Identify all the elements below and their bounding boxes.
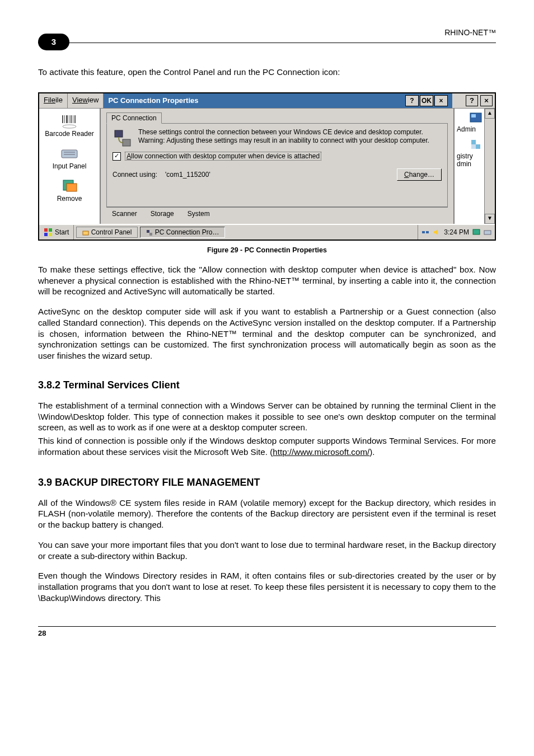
menu-view-label: View (72, 96, 88, 104)
checkbox-label: AAllow connection with desktop computer … (125, 152, 321, 161)
tab-storage[interactable]: Storage (151, 210, 174, 218)
tray-keyboard-icon[interactable] (484, 228, 491, 236)
header-brand: RHINO-NET™ (444, 28, 496, 37)
svg-rect-25 (147, 230, 149, 233)
scroll-up-icon[interactable]: ▲ (485, 109, 495, 119)
svg-rect-23 (49, 233, 52, 236)
svg-rect-5 (73, 115, 73, 123)
para-382-2b: ). (369, 447, 374, 457)
barcode-icon (60, 112, 79, 129)
outer-window-buttons: ? × (452, 93, 495, 108)
remove-programs-icon (60, 177, 79, 194)
task-pc-connection[interactable]: PC Connection Pro… (140, 227, 225, 238)
para-382-2a: This kind of connection is possible only… (38, 436, 496, 457)
svg-rect-12 (67, 184, 77, 191)
change-button[interactable]: Change…Change… (397, 168, 442, 181)
bottom-tabs: Scanner Storage System (106, 207, 448, 220)
scrollbar[interactable]: ▲ ▼ (484, 109, 495, 224)
svg-rect-29 (473, 229, 480, 234)
tray-clock: 3:24 PM (444, 228, 469, 236)
connection-small-icon (146, 229, 153, 236)
tray-network-icon[interactable] (421, 228, 429, 236)
svg-rect-13 (115, 130, 123, 137)
svg-rect-24 (83, 231, 88, 235)
chapter-badge: 3 (38, 34, 69, 50)
tab-scanner[interactable]: Scanner (112, 210, 137, 218)
para-382-1: The establishment of a terminal connecti… (38, 400, 496, 433)
svg-rect-22 (44, 233, 48, 236)
page-footer: 28 (38, 626, 496, 637)
para-effective: To make these settings effective, tick t… (38, 264, 496, 297)
svg-rect-8 (62, 150, 77, 158)
screenshot-figure: Fileile Viewiew PC Connection Properties… (38, 92, 496, 241)
svg-rect-2 (66, 115, 68, 123)
svg-rect-20 (44, 228, 48, 232)
tab-pc-connection[interactable]: PC Connection (106, 112, 162, 124)
menu-view[interactable]: Viewiew (68, 93, 104, 108)
cp-label-input-panel: Input Panel (53, 162, 87, 170)
outer-help-button[interactable]: ? (466, 95, 478, 106)
start-label: Start (55, 228, 69, 236)
start-button[interactable]: Start (39, 225, 74, 240)
allow-connection-checkbox[interactable]: ✓ (113, 152, 121, 161)
svg-rect-3 (69, 115, 69, 123)
page-number: 28 (38, 629, 46, 637)
para-382-2: This kind of connection is possible only… (38, 435, 496, 458)
para-39-2: You can save your more important files t… (38, 539, 496, 562)
windows-logo-icon (44, 228, 53, 237)
registry-icon (468, 138, 484, 151)
svg-rect-4 (71, 115, 72, 123)
menubar: Fileile Viewiew PC Connection Properties… (39, 93, 495, 109)
outer-close-button[interactable]: × (480, 95, 493, 106)
keyboard-icon (60, 144, 79, 161)
info-text: These settings control the connection be… (138, 128, 442, 150)
svg-rect-17 (471, 140, 476, 144)
cp-item-remove[interactable]: Remove (57, 177, 82, 203)
svg-rect-28 (426, 231, 429, 233)
task-control-panel[interactable]: Control Panel (76, 227, 138, 238)
control-panel-right: Admin gistry dmin ▲ ▼ (453, 109, 495, 224)
cp-label-barcode: Barcode Reader (45, 130, 93, 138)
dialog-body: PC Connection These settings control the… (101, 109, 453, 224)
folder-icon (82, 229, 89, 236)
svg-rect-21 (49, 228, 52, 232)
connect-using-label: Connect using: (113, 171, 157, 179)
system-tray: 3:24 PM (418, 225, 495, 240)
svg-rect-27 (422, 231, 425, 233)
svg-point-7 (63, 125, 76, 128)
connect-using-value: 'com1_115200' (165, 171, 210, 179)
menu-file-label: File (44, 96, 55, 104)
dialog-titlebar: PC Connection Properties ? OK × (104, 93, 452, 108)
dialog-close-button[interactable]: × (434, 95, 448, 106)
svg-rect-18 (476, 144, 480, 149)
taskbar: Start Control Panel PC Connection Pro… 3… (39, 224, 495, 240)
tray-desktop-icon[interactable] (472, 228, 480, 236)
svg-rect-19 (471, 144, 476, 149)
svg-rect-14 (123, 139, 130, 146)
dialog-ok-button[interactable]: OK (420, 95, 433, 106)
heading-39: 3.9 BACKUP DIRECTORY FILE MANAGEMENT (38, 477, 496, 489)
svg-rect-6 (74, 115, 76, 123)
svg-rect-16 (471, 114, 476, 118)
task-pc-connection-label: PC Connection Pro… (155, 228, 219, 236)
tray-volume-icon[interactable] (433, 228, 441, 236)
intro-text: To activate this feature, open the Contr… (38, 67, 496, 78)
dialog-title: PC Connection Properties (108, 96, 198, 105)
svg-rect-0 (62, 115, 63, 123)
para-39-3: Even though the Windows Directory reside… (38, 570, 496, 603)
scroll-down-icon[interactable]: ▼ (485, 214, 495, 224)
menu-file[interactable]: Fileile (39, 93, 68, 108)
connection-icon (113, 128, 133, 150)
cp-item-input-panel[interactable]: Input Panel (53, 144, 87, 170)
para-activesync: ActiveSync on the desktop computer side … (38, 306, 496, 361)
figure-caption: Figure 29 - PC Connectin Properties (38, 246, 496, 254)
control-panel-left: Barcode Reader Input Panel Remove (39, 109, 101, 224)
dialog-help-button[interactable]: ? (405, 95, 419, 106)
admin-icon (468, 111, 484, 124)
cp-item-barcode[interactable]: Barcode Reader (45, 112, 93, 138)
para-39-1: All of the Windows® CE system files resi… (38, 497, 496, 530)
microsoft-link[interactable]: http://www.microsoft.com/ (273, 447, 369, 457)
svg-rect-30 (484, 231, 491, 234)
heading-382: 3.8.2 Terminal Services Client (38, 379, 496, 391)
tab-system[interactable]: System (188, 210, 210, 218)
